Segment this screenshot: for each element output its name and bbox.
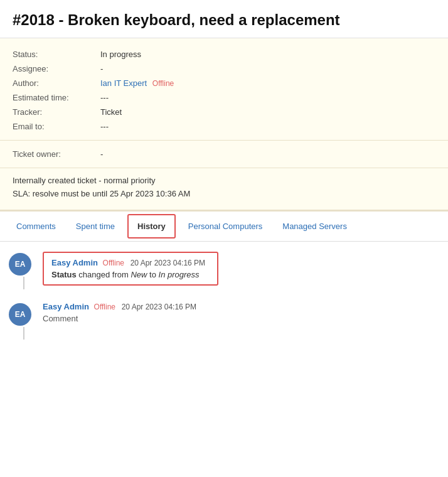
history-to-value-1: In progress [159, 270, 200, 279]
author-label: Author: [13, 78, 100, 88]
status-row: Status: In progress [13, 47, 435, 62]
tab-comments[interactable]: Comments [6, 213, 66, 240]
history-from-1: New [131, 270, 147, 279]
history-detail-1: Status changed from New to In progress [51, 270, 210, 279]
tracker-row: Tracker: Ticket [13, 105, 435, 119]
email-label: Email to: [13, 122, 100, 131]
tracker-value: Ticket [100, 107, 122, 117]
history-entry-1: EA Easy Admin Offline 20 Apr 2023 04:16 … [13, 252, 435, 289]
tab-history[interactable]: History [127, 214, 176, 238]
history-card-1: Easy Admin Offline 20 Apr 2023 04:16 PM … [43, 252, 218, 286]
history-comment-2: Comment [43, 314, 435, 323]
status-label: Status: [13, 50, 100, 59]
history-action-text-1: changed from [77, 270, 131, 279]
ticket-owner-section: Ticket owner: - [0, 141, 448, 168]
history-action-prefix-1: Status [51, 270, 77, 279]
ticket-owner-value: - [100, 149, 103, 159]
history-offline-2: Offline [94, 303, 115, 311]
estimated-row: Estimated time: --- [13, 90, 435, 105]
author-status-badge: Offline [152, 79, 174, 88]
history-body-2: Easy Admin Offline 20 Apr 2023 04:16 PM … [43, 302, 435, 323]
avatar-1: EA [9, 253, 31, 276]
estimated-label: Estimated time: [13, 93, 100, 102]
status-value: In progress [100, 50, 141, 59]
tabs-bar: Comments Spent time History Personal Com… [0, 212, 448, 242]
history-body-1: Easy Admin Offline 20 Apr 2023 04:16 PM … [43, 252, 435, 286]
avatar-2: EA [9, 303, 31, 326]
tracker-label: Tracker: [13, 107, 100, 117]
history-card-2: Easy Admin Offline 20 Apr 2023 04:16 PM … [43, 302, 435, 323]
email-value: --- [100, 122, 109, 131]
ticket-owner-label: Ticket owner: [13, 149, 100, 159]
history-meta-1: Easy Admin Offline 20 Apr 2023 04:16 PM [51, 258, 210, 267]
notes-line2: SLA: resolve must be until 25 Apr 2023 1… [13, 188, 435, 201]
notes-section: Internally created ticket - normal prior… [0, 168, 448, 212]
info-section: Status: In progress Assignee: - Author: … [0, 38, 448, 141]
assignee-value: - [100, 64, 103, 73]
tab-managed-servers[interactable]: Managed Servers [272, 213, 357, 240]
estimated-value: --- [100, 93, 109, 102]
assignee-row: Assignee: - [13, 62, 435, 76]
history-author-1: Easy Admin [51, 258, 98, 267]
history-author-2: Easy Admin [43, 302, 89, 311]
history-to-text-1: to [147, 270, 158, 279]
history-meta-2: Easy Admin Offline 20 Apr 2023 04:16 PM [43, 302, 435, 311]
history-date-2: 20 Apr 2023 04:16 PM [122, 303, 196, 311]
author-row: Author: Ian IT Expert Offline [13, 76, 435, 90]
notes-line1: Internally created ticket - normal prior… [13, 174, 435, 188]
tab-personal-computers[interactable]: Personal Computers [178, 213, 273, 240]
ticket-owner-row: Ticket owner: - [13, 147, 435, 161]
author-name[interactable]: Ian IT Expert [100, 78, 147, 88]
author-container: Ian IT Expert Offline [100, 78, 174, 88]
history-date-1: 20 Apr 2023 04:16 PM [131, 259, 205, 267]
history-entry-2: EA Easy Admin Offline 20 Apr 2023 04:16 … [13, 302, 435, 340]
history-offline-1: Offline [103, 259, 124, 267]
history-section: EA Easy Admin Offline 20 Apr 2023 04:16 … [0, 242, 448, 362]
tab-spent-time[interactable]: Spent time [66, 213, 125, 240]
email-row: Email to: --- [13, 119, 435, 134]
page-title: #2018 - Broken keyboard, need a replacem… [0, 0, 448, 38]
assignee-label: Assignee: [13, 64, 100, 73]
